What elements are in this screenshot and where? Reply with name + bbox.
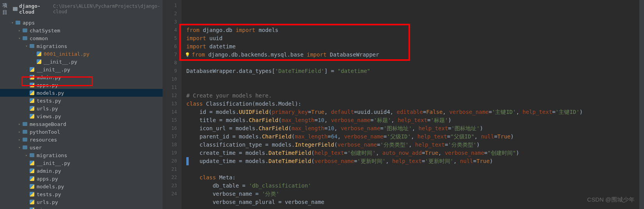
line-number[interactable]: 5 [163, 34, 177, 43]
code-line-12[interactable]: title = models.CharField(max_length=10, … [186, 116, 644, 124]
code-line-19[interactable]: class Meta: [186, 174, 644, 182]
tree-item-messageBoard[interactable]: ▸messageBoard [0, 120, 163, 128]
tree-arrow-icon[interactable]: ▸ [17, 28, 22, 32]
tree-item-label: admin.py [37, 74, 61, 80]
bookmark-icon[interactable] [186, 157, 189, 165]
tree-arrow-icon[interactable]: ▸ [17, 122, 22, 126]
code-line-20[interactable]: db_table = 'db_classification' [186, 182, 644, 190]
line-number[interactable]: 19 [163, 149, 177, 157]
line-number[interactable]: 23 [163, 182, 177, 190]
tree-item-label: __init__.py [37, 67, 70, 73]
line-number[interactable]: 13 [163, 100, 177, 108]
tree-item-resources[interactable]: ▸resources [0, 136, 163, 143]
scrollbar-vertical[interactable] [639, 0, 644, 209]
code-line-10[interactable]: class Classification(models.Model): [186, 100, 644, 108]
line-number[interactable]: 16 [163, 124, 177, 133]
tree-item-tests-py[interactable]: tests.py [0, 190, 163, 198]
code-line-3[interactable]: import datetime [186, 43, 644, 51]
project-tree[interactable]: ▾apps▸chatSystem▾common▾migrations0001_i… [0, 18, 163, 209]
tree-arrow-icon[interactable]: ▾ [17, 145, 22, 149]
code-line-16[interactable]: create_time = models.DateTimeField(help_… [186, 149, 644, 157]
line-number[interactable]: 6 [163, 43, 177, 51]
line-number[interactable]: 3 [163, 18, 177, 26]
code-line-8[interactable] [186, 83, 644, 92]
tree-item-chatSystem[interactable]: ▸chatSystem [0, 27, 163, 34]
line-number[interactable]: 21 [163, 165, 177, 174]
tree-item-urls-py[interactable]: urls.py [0, 104, 163, 112]
tree-item-0001_initial-py[interactable]: 0001_initial.py [0, 50, 163, 58]
code-line-22[interactable]: verbose_name_plural = verbose_name [186, 198, 644, 206]
tree-arrow-icon[interactable]: ▸ [17, 130, 22, 134]
code-line-4[interactable]: 💡from django.db.backends.mysql.base impo… [186, 51, 644, 59]
line-number[interactable]: 24 [163, 190, 177, 198]
tree-item-label: migrations [37, 43, 67, 49]
tree-item-admin-py[interactable]: admin.py [0, 73, 163, 81]
line-number[interactable]: 4 [163, 26, 177, 34]
tree-item-migrations[interactable]: ▸migrations [0, 151, 163, 159]
tree-item-apps-py[interactable]: apps.py [0, 81, 163, 89]
tree-item-migrations[interactable]: ▾migrations [0, 42, 163, 50]
code-line-11[interactable]: id = models.UUIDField(primary_key=True, … [186, 108, 644, 116]
tree-arrow-icon[interactable]: ▸ [17, 138, 22, 142]
code-line-7[interactable] [186, 75, 644, 83]
python-file-icon [29, 66, 35, 73]
intention-bulb-icon[interactable]: 💡 [185, 51, 190, 59]
line-number[interactable]: 18 [163, 141, 177, 149]
tree-item-models-py[interactable]: models.py [0, 182, 163, 190]
folder-icon [22, 129, 28, 135]
tree-arrow-icon[interactable]: ▾ [17, 36, 22, 40]
tree-item-admin-py[interactable]: admin.py [0, 167, 163, 175]
tree-item-__init__-py[interactable]: __init__.py [0, 159, 163, 167]
line-number[interactable]: 9 [163, 67, 177, 75]
line-number[interactable]: 10 [163, 75, 177, 83]
line-number[interactable]: 20 [163, 157, 177, 165]
gutter[interactable]: 123456789101112131415161718192021222324 [163, 0, 182, 209]
project-name[interactable]: django-cloud [19, 3, 51, 15]
code-line-1[interactable]: from django.db import models [186, 26, 644, 34]
line-number[interactable]: 22 [163, 174, 177, 182]
line-number[interactable]: 11 [163, 83, 177, 92]
tree-item-common[interactable]: ▾common [0, 34, 163, 42]
tree-item-urls-py[interactable]: urls.py [0, 198, 163, 206]
project-path: C:\Users\ALLEN\PycharmProjects\django-cl… [53, 4, 160, 14]
tree-item-views-py[interactable]: views.py [0, 206, 163, 209]
tree-item-pythonTool[interactable]: ▸pythonTool [0, 128, 163, 136]
code-line-6[interactable]: DatabaseWrapper.data_types['DateTimeFiel… [186, 67, 644, 75]
line-number[interactable]: 8 [163, 59, 177, 67]
code-line-13[interactable]: icon_url = models.CharField(max_length=1… [186, 124, 644, 133]
line-number[interactable]: 1 [163, 2, 177, 10]
tree-item-__init__-py[interactable]: __init__.py [0, 66, 163, 73]
tree-arrow-icon[interactable]: ▸ [24, 153, 29, 157]
line-number[interactable]: 12 [163, 92, 177, 100]
project-header: 项目 django-cloud C:\Users\ALLEN\PycharmPr… [0, 0, 163, 18]
line-number[interactable]: 15 [163, 116, 177, 124]
line-number[interactable]: 14 [163, 108, 177, 116]
tree-item-__init__-py[interactable]: __init__.py [0, 58, 163, 66]
tree-item-models-py[interactable]: models.py [0, 89, 163, 97]
tree-item-tests-py[interactable]: tests.py [0, 97, 163, 104]
code-line-14[interactable]: parent_id = models.CharField(max_length=… [186, 133, 644, 141]
tree-item-views-py[interactable]: views.py [0, 112, 163, 120]
code-line-21[interactable]: verbose_name = '分类' [186, 190, 644, 198]
code-content[interactable]: from django.db import modelsimport uuidi… [182, 0, 644, 209]
line-number[interactable]: 2 [163, 10, 177, 18]
folder-icon [22, 136, 28, 143]
code-line-2[interactable]: import uuid [186, 34, 644, 43]
tree-item-apps-py[interactable]: apps.py [0, 175, 163, 182]
line-number[interactable]: 7 [163, 51, 177, 59]
code-editor[interactable]: 123456789101112131415161718192021222324 … [163, 0, 644, 209]
code-line-5[interactable] [186, 59, 644, 67]
tree-item-user[interactable]: ▾user [0, 143, 163, 151]
tree-item-apps[interactable]: ▾apps [0, 19, 163, 27]
python-file-icon [36, 58, 42, 65]
code-line-9[interactable]: # Create your models here. [186, 92, 644, 100]
code-line-23[interactable] [186, 206, 644, 209]
tree-arrow-icon[interactable]: ▾ [10, 21, 15, 25]
tree-arrow-icon[interactable]: ▾ [24, 44, 29, 48]
tree-item-label: apps [23, 20, 35, 26]
code-line-18[interactable] [186, 165, 644, 174]
code-line-15[interactable]: classification_type = models.IntegerFiel… [186, 141, 644, 149]
python-file-icon [29, 191, 35, 197]
code-line-17[interactable]: update_time = models.DateTimeField(verbo… [186, 157, 644, 165]
line-number[interactable]: 17 [163, 133, 177, 141]
